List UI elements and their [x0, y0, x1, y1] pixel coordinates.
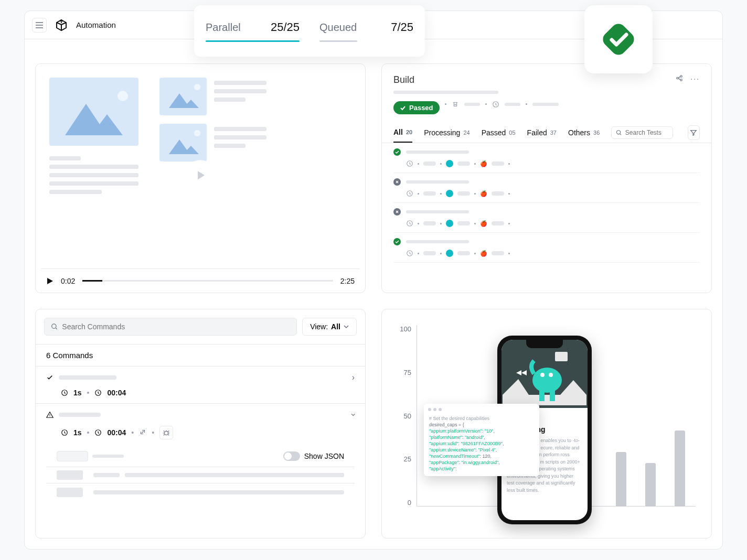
search-icon — [51, 323, 58, 330]
browser-icon — [446, 190, 453, 197]
pass-icon — [393, 148, 401, 156]
stat-parallel-label: Parallel — [206, 21, 241, 34]
svg-point-32 — [549, 373, 553, 377]
filter-icon — [690, 129, 697, 136]
clock-icon — [61, 429, 68, 436]
tab-passed[interactable]: Passed05 — [482, 123, 516, 142]
clock-icon — [406, 190, 413, 197]
cmd-timestamp: 00:04 — [107, 428, 126, 437]
stat-queued-label: Queued — [319, 21, 357, 34]
json-toggle-label: Show JSON — [304, 452, 344, 460]
clock-icon — [406, 250, 413, 257]
svg-point-8 — [194, 130, 200, 136]
chart-bar — [616, 452, 626, 507]
build-title: Build — [393, 74, 700, 85]
chevron-down-icon: › — [348, 413, 358, 416]
svg-marker-9 — [198, 171, 205, 179]
fail-icon — [393, 178, 401, 186]
bug-icon[interactable] — [159, 426, 173, 439]
svg-marker-10 — [47, 278, 53, 284]
status-badge: Passed — [393, 101, 440, 114]
svg-point-31 — [540, 373, 545, 377]
hamburger-menu[interactable] — [32, 18, 47, 33]
svg-point-20 — [52, 324, 56, 328]
commands-count: 6 Commands — [36, 344, 365, 367]
play-icon[interactable] — [46, 277, 54, 285]
search-tests-input[interactable] — [625, 129, 668, 136]
share-icon[interactable] — [676, 74, 683, 84]
browser-icon — [446, 220, 453, 227]
chart-panel: 1007550250 — [381, 309, 712, 539]
clock-icon — [94, 429, 102, 436]
tab-processing[interactable]: Processing24 — [424, 123, 470, 142]
apple-icon: 🍎 — [480, 160, 487, 167]
check-icon — [46, 374, 54, 381]
svg-rect-36 — [600, 21, 637, 58]
svg-point-15 — [617, 131, 621, 134]
clock-icon — [94, 389, 102, 396]
filter-button[interactable] — [688, 125, 700, 140]
video-scrubber[interactable] — [82, 280, 333, 282]
svg-point-5 — [194, 84, 200, 90]
svg-point-11 — [677, 77, 679, 79]
stats-card: Parallel 25/25 Queued 7/25 — [194, 5, 425, 57]
cmd-duration: 1s — [73, 389, 82, 397]
pass-icon — [393, 238, 401, 245]
chevron-down-icon — [344, 324, 349, 329]
commands-search-input[interactable] — [62, 322, 290, 331]
svg-point-2 — [118, 91, 128, 101]
clock-icon — [406, 160, 413, 167]
preview-panel: 0:02 2:25 — [35, 63, 366, 293]
test-row[interactable]: 🍎 — [393, 173, 700, 203]
browser-icon — [446, 160, 453, 167]
chart-bar — [645, 463, 656, 507]
warning-icon — [46, 411, 54, 418]
svg-rect-34 — [550, 390, 555, 401]
json-toggle[interactable] — [283, 451, 300, 461]
chevron-right-icon: › — [352, 373, 355, 382]
svg-point-12 — [680, 76, 682, 78]
command-row[interactable]: › 1s • 00:04 • • — [36, 404, 365, 507]
chart-bar — [675, 430, 685, 507]
svg-rect-35 — [555, 352, 568, 361]
test-row[interactable]: 🍎 — [393, 233, 700, 263]
fail-icon — [393, 208, 401, 216]
build-panel: Build ··· Passed — [381, 63, 712, 293]
view-dropdown[interactable]: View: All — [302, 318, 357, 336]
command-row[interactable]: › 1s • 00:04 — [36, 367, 365, 404]
test-row[interactable]: 🍎 — [393, 203, 700, 233]
browser-icon — [446, 250, 453, 257]
tab-failed[interactable]: Failed37 — [527, 123, 557, 142]
build-tabs: All20 Processing24 Passed05 Failed37 Oth… — [382, 123, 711, 143]
tab-all[interactable]: All20 — [393, 123, 412, 143]
link-icon[interactable] — [139, 428, 146, 437]
clock-icon — [61, 389, 68, 396]
brand-logo — [54, 18, 69, 33]
commands-search[interactable] — [44, 318, 297, 336]
page-title: Automation — [76, 20, 116, 29]
code-snippet: # Set the desired capabilitiesdesired_ca… — [424, 404, 539, 476]
svg-rect-33 — [539, 390, 545, 401]
commands-panel: View: All 6 Commands › 1s • 00:04 — [35, 309, 366, 539]
play-button[interactable] — [185, 160, 216, 190]
stat-queued-value: 7/25 — [391, 20, 413, 34]
apple-icon: 🍎 — [480, 220, 487, 227]
apple-icon: 🍎 — [480, 250, 487, 257]
success-badge — [584, 5, 653, 73]
tab-others[interactable]: Others36 — [568, 123, 600, 142]
video-current-time: 0:02 — [61, 277, 75, 285]
more-icon[interactable]: ··· — [690, 74, 700, 84]
search-tests[interactable] — [611, 126, 673, 139]
stat-parallel-value: 25/25 — [271, 20, 300, 34]
video-duration: 2:25 — [340, 277, 355, 285]
cmd-duration: 1s — [73, 428, 82, 437]
cmd-timestamp: 00:04 — [107, 389, 126, 397]
svg-point-13 — [680, 79, 682, 81]
search-icon — [616, 129, 622, 136]
clock-icon — [406, 220, 413, 227]
svg-point-25 — [165, 431, 168, 435]
svg-point-30 — [532, 368, 562, 393]
apple-icon: 🍎 — [480, 190, 487, 197]
test-row[interactable]: 🍎 — [393, 143, 700, 173]
